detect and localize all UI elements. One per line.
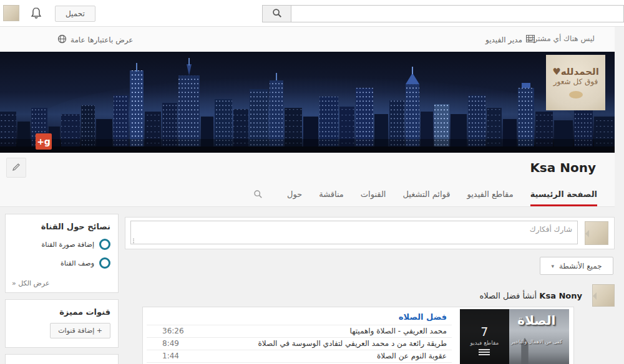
add-channels-button[interactable]: + إضافة قنوات xyxy=(50,323,110,338)
bell-icon xyxy=(29,12,43,22)
feed-author-avatar[interactable] xyxy=(592,284,615,307)
top-bar: تحميل xyxy=(0,0,624,27)
channel-banner: g+ الحمدلله♥ فوق كل شعور xyxy=(0,52,615,153)
thumbnail-subtitle-text: كفى من الاهمال والتاخير xyxy=(509,339,564,345)
share-post-card xyxy=(125,217,615,249)
notifications-button[interactable] xyxy=(29,6,44,21)
tab-home[interactable]: الصفحة الرئيسية xyxy=(530,189,597,206)
playlist-count-overlay: 7 مقاطع فيديو xyxy=(460,309,509,364)
channel-admin-bar: عرض باعتبارها عامة مدير الفيديو ليس هناك… xyxy=(0,27,615,52)
channel-search-icon[interactable] xyxy=(253,189,263,206)
view-as-public-link[interactable]: عرض باعتبارها عامة xyxy=(57,34,133,46)
view-all-link[interactable]: عرض الكل « xyxy=(12,279,49,287)
avatar-calligraphy-line1: الحمدلله♥ xyxy=(552,67,599,77)
feed-item-text: Ksa Nony أنشأ فضل الصلاه xyxy=(479,291,582,300)
tip-label: وصف القناة xyxy=(61,259,94,267)
playlist-video-row[interactable]: عقوبة النوم عن الصلاة 1:44 xyxy=(147,350,452,363)
playlist-video-list: فضل الصلاه محمد العريفي - الصلاة واهميته… xyxy=(147,310,452,364)
account-avatar[interactable] xyxy=(3,5,19,21)
channel-avatar-large[interactable]: الحمدلله♥ فوق كل شعور xyxy=(546,55,605,110)
video-duration: 1:44 xyxy=(162,352,179,360)
circle-icon xyxy=(99,239,110,250)
channel-tips-card: نصائح حول القناة إضافة صورة القناة وصف ا… xyxy=(5,214,119,293)
tab-playlists[interactable]: قوائم التشغيل xyxy=(402,189,450,206)
chevron-down-icon: ▾ xyxy=(551,263,554,269)
tips-card-title: نصائح حول القناة xyxy=(6,214,118,235)
playlist-video-row[interactable]: طريقة رائعة من د محمد العريفي لتفادي الو… xyxy=(147,338,452,350)
share-thoughts-input[interactable] xyxy=(130,221,578,244)
channel-name: Ksa Nony xyxy=(530,160,596,175)
video-title[interactable]: عقوبة النوم عن الصلاة xyxy=(377,352,447,360)
channel-banner-image xyxy=(0,52,615,153)
featured-card-title: قنوات مميزة xyxy=(6,300,118,320)
channel-tabs: الصفحة الرئيسية مقاطع الفيديو قوائم التش… xyxy=(253,189,597,206)
video-title[interactable]: محمد العريفي - الصلاة واهميتها xyxy=(350,327,447,335)
tip-channel-description[interactable]: وصف القناة xyxy=(6,254,118,272)
youtube-channel-page: تحميل عرض باعتبارها عامة مدير الفيديو لي… xyxy=(0,0,624,364)
edit-banner-button[interactable] xyxy=(6,158,26,178)
pencil-icon xyxy=(11,162,21,174)
share-avatar xyxy=(585,221,608,245)
search-bar xyxy=(262,5,624,22)
feed-author-name[interactable]: Ksa Nony xyxy=(539,291,582,300)
sidebar-extra-card xyxy=(5,354,119,364)
thumbnail-title-text: الصلاة xyxy=(509,313,564,328)
playlist-icon xyxy=(479,349,490,355)
tip-add-channel-art[interactable]: إضافة صورة القناة xyxy=(6,235,118,254)
tab-videos[interactable]: مقاطع الفيديو xyxy=(467,189,514,206)
video-manager-label: مدير الفيديو xyxy=(485,36,522,44)
video-duration: 36:26 xyxy=(162,327,184,335)
google-plus-badge[interactable]: g+ xyxy=(36,133,52,150)
video-title[interactable]: طريقة رائعة من د محمد العريفي لتفادي الو… xyxy=(258,339,447,348)
upload-button[interactable]: تحميل xyxy=(55,6,95,22)
playlist-thumbnail[interactable]: الصلاة كفى من الاهمال والتاخير 7 مقاطع ف… xyxy=(460,309,569,364)
playlist-title-row: فضل الصلاه xyxy=(147,310,452,325)
avatar-calligraphy-line2: فوق كل شعور xyxy=(553,77,598,86)
playlist-video-row[interactable]: محمد العريفي - الصلاة واهميتها 36:26 xyxy=(147,325,452,338)
feed-action-text: أنشأ فضل الصلاه xyxy=(479,291,537,300)
search-icon xyxy=(272,8,282,20)
tab-channels[interactable]: القنوات xyxy=(361,189,386,206)
tab-about[interactable]: حول xyxy=(287,189,302,206)
feed-item-header: Ksa Nony أنشأ فضل الصلاه xyxy=(479,284,615,307)
subscribers-status: ليس هناك أي مشترك xyxy=(527,34,595,43)
video-duration: 8:49 xyxy=(162,339,179,348)
circle-icon xyxy=(99,257,110,269)
activity-filter-dropdown[interactable]: جميع الأنشطة ▾ xyxy=(540,257,613,275)
playlist-count-label: مقاطع فيديو xyxy=(470,340,499,346)
globe-icon xyxy=(57,34,67,46)
search-button[interactable] xyxy=(262,5,291,22)
featured-channels-card: قنوات مميزة + إضافة قنوات xyxy=(5,299,119,348)
playlist-video-count: 7 xyxy=(480,325,488,338)
search-input[interactable] xyxy=(291,5,624,22)
channel-header: Ksa Nony الصفحة الرئيسية مقاطع الفيديو ق… xyxy=(0,153,615,207)
playlist-title-link[interactable]: فضل الصلاه xyxy=(399,312,447,322)
playlist-card: الصلاة كفى من الاهمال والتاخير 7 مقاطع ف… xyxy=(142,307,574,364)
tip-label: إضافة صورة القناة xyxy=(42,241,94,249)
tab-discussion[interactable]: مناقشة xyxy=(319,189,344,206)
view-as-public-label: عرض باعتبارها عامة xyxy=(71,36,133,44)
activity-filter-label: جميع الأنشطة xyxy=(559,262,602,271)
